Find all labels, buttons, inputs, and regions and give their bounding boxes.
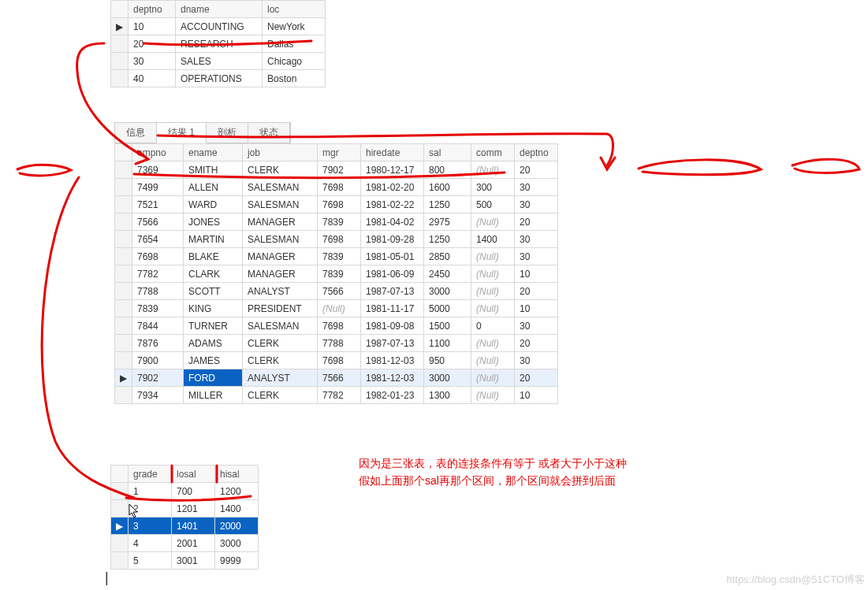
cell-mgr[interactable]: 7698 [318, 196, 361, 213]
cell-dname[interactable]: OPERATIONS [176, 70, 263, 87]
cell-comm[interactable]: (Null) [471, 352, 515, 369]
cell-empno[interactable]: 7788 [132, 283, 184, 300]
cell-deptno[interactable]: 20 [129, 35, 176, 53]
cell-hiredate[interactable]: 1981-09-28 [361, 231, 424, 248]
table-row[interactable]: 7566 JONES MANAGER 7839 1981-04-02 2975 … [115, 213, 558, 231]
cell-job[interactable]: MANAGER [243, 213, 318, 231]
cell-job[interactable]: MANAGER [243, 248, 318, 265]
cell-hisal[interactable]: 3000 [215, 535, 259, 552]
col-ename[interactable]: ename [184, 144, 243, 161]
cell-comm[interactable]: (Null) [471, 300, 515, 317]
cell-deptno[interactable]: 10 [515, 300, 558, 317]
table-row[interactable]: 7782 CLARK MANAGER 7839 1981-06-09 2450 … [115, 265, 558, 283]
cell-ename[interactable]: KING [184, 300, 243, 317]
cell-mgr[interactable]: 7839 [318, 265, 361, 283]
cell-ename[interactable]: ALLEN [184, 179, 243, 196]
table-row[interactable]: 7934 MILLER CLERK 7782 1982-01-23 1300 (… [115, 387, 558, 404]
cell-deptno[interactable]: 30 [515, 352, 558, 369]
cell-mgr[interactable]: 7698 [318, 317, 361, 335]
cell-comm[interactable]: 1400 [471, 231, 515, 248]
result-tabs[interactable]: 信息 结果 1 剖析 状态 [114, 122, 291, 143]
cell-hiredate[interactable]: 1981-05-01 [361, 248, 424, 265]
cell-hisal[interactable]: 2000 [215, 518, 259, 535]
cell-sal[interactable]: 2975 [424, 213, 471, 231]
cell-sal[interactable]: 1100 [424, 335, 471, 352]
col-hisal[interactable]: hisal [215, 466, 259, 483]
cell-deptno[interactable]: 20 [515, 213, 558, 231]
cell-hiredate[interactable]: 1987-07-13 [361, 335, 424, 352]
cell-loc[interactable]: Dallas [263, 35, 326, 53]
cell-deptno[interactable]: 40 [129, 70, 176, 87]
cell-sal[interactable]: 1300 [424, 387, 471, 404]
cell-deptno[interactable]: 20 [515, 283, 558, 300]
table-row[interactable]: 40 OPERATIONS Boston [111, 70, 326, 87]
cell-sal[interactable]: 2450 [424, 265, 471, 283]
cell-job[interactable]: ANALYST [243, 283, 318, 300]
cell-empno[interactable]: 7900 [132, 352, 184, 369]
cell-hisal[interactable]: 1400 [215, 500, 259, 518]
cell-hiredate[interactable]: 1981-11-17 [361, 300, 424, 317]
col-empno[interactable]: empno [132, 144, 184, 161]
cell-job[interactable]: SALESMAN [243, 317, 318, 335]
tab-info[interactable]: 信息 [115, 123, 157, 143]
cell-grade[interactable]: 4 [129, 535, 172, 552]
cell-hiredate[interactable]: 1980-12-17 [361, 161, 424, 179]
cell-comm[interactable]: 500 [471, 196, 515, 213]
cell-job[interactable]: SALESMAN [243, 196, 318, 213]
cell-deptno[interactable]: 30 [515, 196, 558, 213]
cell-job[interactable]: ANALYST [243, 369, 318, 387]
cell-comm[interactable]: (Null) [471, 283, 515, 300]
cell-empno[interactable]: 7654 [132, 231, 184, 248]
cell-hiredate[interactable]: 1981-04-02 [361, 213, 424, 231]
cell-losal[interactable]: 1201 [172, 500, 215, 518]
cell-sal[interactable]: 950 [424, 352, 471, 369]
cell-losal[interactable]: 1401 [172, 518, 215, 535]
cell-ename[interactable]: JAMES [184, 352, 243, 369]
cell-comm[interactable]: (Null) [471, 161, 515, 179]
cell-mgr[interactable]: 7698 [318, 231, 361, 248]
cell-empno[interactable]: 7839 [132, 300, 184, 317]
cell-ename[interactable]: FORD [184, 369, 243, 387]
table-row[interactable]: 7698 BLAKE MANAGER 7839 1981-05-01 2850 … [115, 248, 558, 265]
table-row[interactable]: ▶ 3 1401 2000 [111, 518, 259, 535]
cell-job[interactable]: SALESMAN [243, 231, 318, 248]
cell-deptno[interactable]: 20 [515, 369, 558, 387]
cell-hiredate[interactable]: 1981-02-20 [361, 179, 424, 196]
cell-mgr[interactable]: 7902 [318, 161, 361, 179]
table-row[interactable]: 1 700 1200 [111, 483, 259, 500]
cell-deptno[interactable]: 10 [129, 18, 176, 35]
cell-deptno[interactable]: 20 [515, 161, 558, 179]
cell-ename[interactable]: WARD [184, 196, 243, 213]
cell-sal[interactable]: 1500 [424, 317, 471, 335]
cell-hiredate[interactable]: 1981-02-22 [361, 196, 424, 213]
cell-empno[interactable]: 7782 [132, 265, 184, 283]
cell-ename[interactable]: MARTIN [184, 231, 243, 248]
table-row[interactable]: 30 SALES Chicago [111, 53, 326, 70]
cell-comm[interactable]: (Null) [471, 248, 515, 265]
cell-empno[interactable]: 7521 [132, 196, 184, 213]
cell-hisal[interactable]: 9999 [215, 552, 259, 570]
table-row[interactable]: 7788 SCOTT ANALYST 7566 1987-07-13 3000 … [115, 283, 558, 300]
cell-losal[interactable]: 3001 [172, 552, 215, 570]
cell-job[interactable]: CLERK [243, 387, 318, 404]
table-row[interactable]: 7876 ADAMS CLERK 7788 1987-07-13 1100 (N… [115, 335, 558, 352]
cell-deptno[interactable]: 10 [515, 387, 558, 404]
cell-mgr[interactable]: 7782 [318, 387, 361, 404]
col-grade[interactable]: grade [129, 466, 172, 483]
emp-table[interactable]: empno ename job mgr hiredate sal comm de… [114, 143, 558, 404]
dept-table[interactable]: deptno dname loc ▶ 10 ACCOUNTING NewYork… [110, 0, 326, 87]
cell-deptno[interactable]: 10 [515, 265, 558, 283]
tab-status[interactable]: 状态 [248, 123, 290, 143]
cell-comm[interactable]: 0 [471, 317, 515, 335]
tab-result-1[interactable]: 结果 1 [157, 123, 207, 143]
cell-mgr[interactable]: 7839 [318, 213, 361, 231]
cell-hisal[interactable]: 1200 [215, 483, 259, 500]
table-row[interactable]: 20 RESEARCH Dallas [111, 35, 326, 53]
cell-sal[interactable]: 800 [424, 161, 471, 179]
table-row[interactable]: ▶ 10 ACCOUNTING NewYork [111, 18, 326, 35]
table-row[interactable]: ▶ 7902 FORD ANALYST 7566 1981-12-03 3000… [115, 369, 558, 387]
cell-comm[interactable]: 300 [471, 179, 515, 196]
col-deptno[interactable]: deptno [129, 1, 176, 18]
col-sal[interactable]: sal [424, 144, 471, 161]
col-mgr[interactable]: mgr [318, 144, 361, 161]
